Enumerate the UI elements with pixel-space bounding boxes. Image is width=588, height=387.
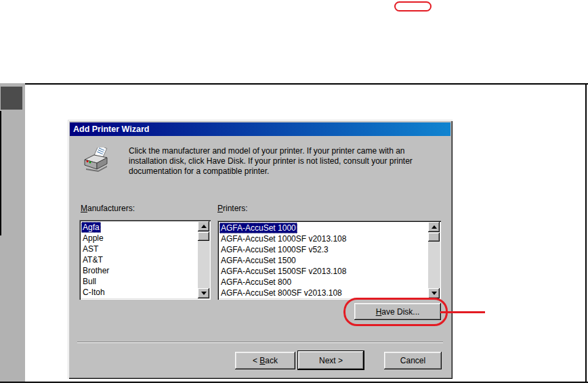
scroll-down-button[interactable] [198, 288, 209, 298]
printers-label: Printers: [217, 204, 248, 213]
documentation-page: Add Printer Wizard Click the manufacture… [0, 0, 588, 387]
page-top-rule [25, 83, 588, 85]
page-side-bar [0, 83, 25, 382]
printer-item[interactable]: AGFA-AccuSet 1500SF v2013.108 [219, 266, 426, 277]
page-side-square [1, 87, 22, 110]
printer-icon [83, 147, 110, 172]
printer-item[interactable]: AGFA-AccuSet 1000 [219, 223, 426, 233]
manufacturers-rows: Agfa Apple AST AT&T Brother Bull C-Itoh [81, 222, 196, 298]
next-button[interactable]: Next > [297, 350, 364, 370]
printers-rows: AGFA-AccuSet 1000 AGFA-AccuSet 1000SF v2… [219, 223, 426, 298]
scroll-up-icon [201, 225, 207, 228]
instruction-text: Click the manufacturer and model of your… [129, 146, 413, 177]
printers-label-rest: rinters: [223, 204, 248, 213]
red-callout-oval-top [394, 1, 432, 12]
manufacturer-item[interactable]: Brother [81, 265, 196, 276]
next-label: Next > [319, 356, 343, 365]
manufacturer-item[interactable]: AT&T [81, 254, 196, 265]
back-button[interactable]: < Back [235, 352, 295, 369]
scroll-up-icon [432, 225, 437, 229]
add-printer-wizard-dialog: Add Printer Wizard Click the manufacture… [68, 120, 453, 379]
cancel-button[interactable]: Cancel [384, 352, 442, 369]
printer-item[interactable]: AGFA-AccuSet 1000SF v2013.108 [219, 233, 426, 244]
manufacturer-item[interactable]: C-Itoh [81, 287, 196, 298]
red-leader-line [440, 311, 485, 313]
printer-item[interactable]: AGFA-AccuSet 800SF v2013.108 [219, 288, 426, 298]
scrollbar-thumb[interactable] [198, 232, 209, 241]
scroll-up-button[interactable] [198, 221, 209, 231]
manufacturers-label: Manufacturers: [81, 204, 135, 213]
manufacturer-item[interactable]: Apple [81, 233, 196, 244]
scroll-down-icon [432, 292, 437, 295]
instruction-line-2: installation disk, click Have Disk. If y… [129, 156, 413, 166]
printers-listbox[interactable]: AGFA-AccuSet 1000 AGFA-AccuSet 1000SF v2… [217, 221, 441, 300]
dialog-separator [77, 342, 443, 343]
manufacturers-label-rest: anufacturers: [87, 204, 135, 213]
page-bottom-rule [0, 382, 588, 383]
manufacturers-label-accel: M [81, 204, 87, 213]
scroll-up-button[interactable] [428, 222, 440, 232]
instruction-line-1: Click the manufacturer and model of your… [129, 146, 413, 156]
scrollbar-thumb[interactable] [428, 233, 440, 242]
scroll-down-button[interactable] [428, 288, 440, 298]
page-side-strip [0, 111, 1, 235]
dialog-titlebar[interactable]: Add Printer Wizard [70, 122, 450, 136]
manufacturer-item[interactable]: AST [81, 244, 196, 254]
manufacturers-scrollbar[interactable] [198, 221, 209, 298]
page-right-rule [585, 83, 587, 383]
dialog-title: Add Printer Wizard [73, 124, 149, 134]
next-button-face: Next > [298, 351, 364, 369]
printer-item[interactable]: AGFA-AccuSet 800 [219, 277, 426, 288]
cancel-label: Cancel [400, 356, 425, 365]
instruction-line-3: documentation for a compatible printer. [129, 166, 413, 177]
printers-scrollbar[interactable] [428, 222, 440, 298]
printer-item[interactable]: AGFA-AccuSet 1500 [219, 255, 426, 266]
manufacturer-item[interactable]: Agfa [81, 222, 196, 233]
back-label: < Back [253, 356, 278, 365]
printer-item[interactable]: AGFA-AccuSet 1000SF v52.3 [219, 244, 426, 255]
printers-label-accel: P [217, 204, 223, 213]
manufacturer-item[interactable]: Bull [81, 276, 196, 287]
manufacturers-listbox[interactable]: Agfa Apple AST AT&T Brother Bull C-Itoh [79, 220, 211, 300]
scroll-down-icon [201, 292, 207, 295]
red-callout-oval-have-disk [343, 298, 448, 326]
